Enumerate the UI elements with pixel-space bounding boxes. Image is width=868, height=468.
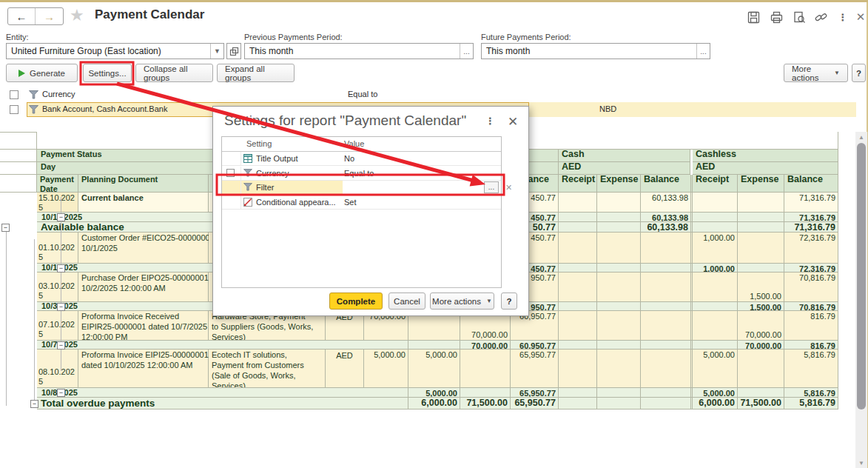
chevron-down-icon[interactable]: ▼: [210, 44, 223, 58]
setting-checkbox[interactable]: [226, 169, 235, 177]
conditional-icon: [243, 198, 252, 208]
value-column-header: Value: [344, 139, 364, 148]
filter-checkbox[interactable]: [10, 105, 18, 114]
settings-table: Setting Value Title OutputNoCurrencyEqua…: [221, 136, 502, 288]
lexp-cell: [738, 222, 784, 233]
prev-period-ellipsis-button[interactable]: ...: [460, 44, 473, 58]
generate-button[interactable]: Generate: [6, 64, 78, 82]
lbal-cell: 72,316.79: [784, 264, 838, 273]
collapse-group-icon[interactable]: −: [57, 303, 65, 311]
scroll-down-icon[interactable]: ▼: [855, 458, 867, 468]
crec-cell: [559, 341, 597, 350]
link-icon[interactable]: [813, 10, 828, 24]
print-icon[interactable]: [769, 10, 784, 24]
complete-button[interactable]: Complete: [329, 292, 383, 310]
settings-row-filter[interactable]: Filter...✕: [222, 181, 501, 195]
lexp-cell: [738, 233, 784, 264]
close-icon[interactable]: ✕: [853, 10, 868, 24]
payment-calendar-window: ← → ★ Payment Calendar ⋮ ✕ Entity: Previ…: [0, 0, 868, 468]
prev-period-input[interactable]: This month ...: [244, 43, 474, 59]
back-button[interactable]: ←: [8, 8, 36, 24]
help-button[interactable]: ?: [852, 64, 866, 82]
planning-document-cell: Proforma Invoice ReceivedEIPIR25-0000001…: [78, 311, 209, 341]
prev-period-label: Previous Payments Period:: [244, 33, 343, 41]
divider: [240, 195, 241, 209]
dialog-more-actions-button[interactable]: More actions ▼: [430, 292, 494, 310]
setting-value: No: [344, 154, 354, 163]
column-header-date: Payment Date: [37, 175, 78, 193]
cexp-cell: [597, 341, 641, 350]
filter-checkbox[interactable]: [10, 90, 18, 99]
mbal-cell: 65,950.77: [511, 350, 559, 388]
future-period-ellipsis-button[interactable]: ...: [696, 44, 710, 58]
collapse-group-icon[interactable]: −: [57, 264, 65, 273]
print-preview-icon[interactable]: [792, 10, 807, 24]
forward-button[interactable]: →: [36, 8, 63, 24]
filter-icon: [29, 90, 38, 101]
lrec-cell: [693, 222, 738, 233]
settings-button[interactable]: Settings...: [83, 64, 132, 82]
dialog-more-menu-icon[interactable]: ⋮: [485, 116, 495, 127]
filter-icon: [243, 183, 252, 193]
collapse-group-icon[interactable]: −: [57, 341, 65, 350]
collapse-group-icon[interactable]: −: [57, 213, 65, 221]
lbal-cell: 70,816.79: [784, 302, 838, 311]
crec-cell: [559, 350, 597, 388]
expand-all-button[interactable]: Expand all groups: [217, 64, 295, 82]
column-header-cashless: Cashless: [693, 150, 838, 162]
scroll-up-icon[interactable]: ▲: [855, 132, 867, 142]
cbal-cell: [641, 302, 693, 311]
mrec-cell: [408, 341, 460, 350]
collapse-label: Collapse all groups: [144, 64, 205, 82]
lrec-cell: [693, 311, 738, 341]
currency-cell: AED: [326, 350, 364, 388]
prev-period-value: This month: [245, 46, 460, 56]
clear-filter-icon[interactable]: ✕: [505, 183, 512, 193]
crec-cell: [559, 388, 597, 398]
corner-cell: [0, 132, 37, 150]
scrollbar-thumb[interactable]: [857, 143, 866, 410]
day-group-label: 10/7/2025: [37, 341, 408, 350]
filter-condition: Equal to: [348, 90, 377, 98]
collapse-all-button[interactable]: Collapse all groups: [135, 64, 213, 82]
dialog-help-button[interactable]: ?: [501, 292, 517, 310]
more-actions-label: More actions: [792, 64, 828, 82]
crec-cell: [559, 193, 597, 213]
corner-cell: [0, 150, 37, 162]
settings-table-header: Setting Value: [222, 137, 501, 152]
cancel-button[interactable]: Cancel: [388, 292, 425, 310]
dialog-title: Settings for report "Payment Calendar": [224, 113, 466, 129]
cbal-cell: [641, 264, 693, 273]
lrec-cell: [693, 193, 738, 213]
mexp-cell: 70,000.00: [460, 341, 511, 350]
table-row-gutter: [0, 193, 37, 213]
save-icon[interactable]: [746, 10, 761, 24]
cexp-cell: [597, 388, 641, 398]
future-period-input[interactable]: This month ...: [481, 43, 710, 59]
more-menu-icon[interactable]: ⋮: [835, 10, 850, 24]
cexp-cell: [597, 233, 641, 264]
cbal-cell: 60,133.98: [641, 193, 693, 213]
favorite-star-icon[interactable]: ★: [70, 6, 84, 25]
filter-ellipsis-button[interactable]: ...: [484, 181, 499, 193]
setting-value: Set: [344, 198, 357, 207]
column-header-cash-currency: AED: [559, 162, 690, 175]
payment-date-cell: 03.10.2025: [37, 273, 78, 302]
more-actions-button[interactable]: More actions ▼: [784, 64, 848, 82]
settings-row-currency[interactable]: CurrencyEqual to: [222, 167, 501, 181]
lexp-cell: 71,500.00: [738, 398, 784, 410]
entity-open-button[interactable]: [226, 43, 241, 59]
crec-cell: [559, 222, 597, 233]
settings-row-title-output[interactable]: Title OutputNo: [222, 152, 501, 166]
filter-row-currency[interactable]: Currency Equal to: [0, 87, 856, 102]
cbal-cell: [641, 233, 693, 264]
settings-row-conditional-appeara[interactable]: Conditional appeara...Set: [222, 195, 501, 210]
collapse-group-icon[interactable]: −: [1, 224, 10, 232]
collapse-group-icon[interactable]: −: [30, 400, 38, 408]
entity-input[interactable]: United Furniture Group (East location) ▼: [6, 43, 224, 59]
planning-document-cell: Proforma Invoice EIPI25-00000001dated 10…: [78, 350, 209, 388]
collapse-group-icon[interactable]: −: [57, 389, 65, 397]
mbal-cell: 65,950.77: [511, 398, 559, 410]
dialog-close-icon[interactable]: ✕: [508, 114, 518, 130]
vertical-scrollbar[interactable]: ▲ ▼: [855, 132, 867, 468]
